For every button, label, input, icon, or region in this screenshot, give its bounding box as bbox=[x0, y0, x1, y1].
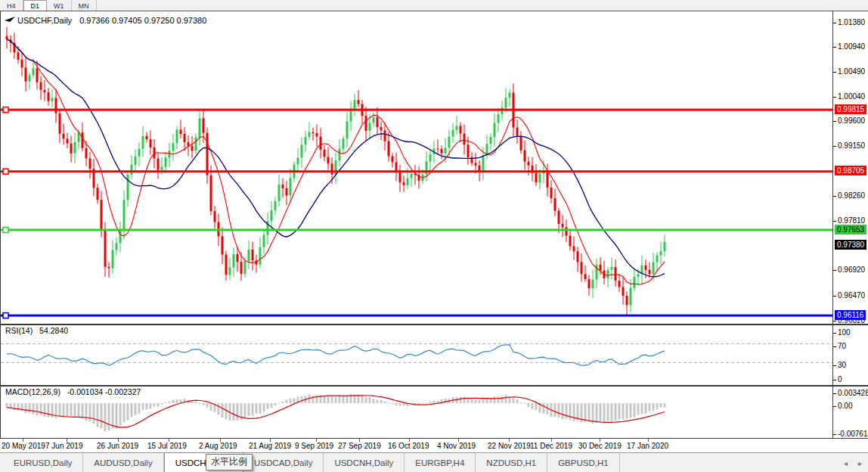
axis-tick bbox=[833, 296, 836, 297]
panel-separator[interactable] bbox=[1, 385, 868, 387]
current-price-badge: 0.97380 bbox=[835, 240, 866, 250]
date-label: 26 Jun 2019 bbox=[97, 442, 138, 450]
chart-symbol-period: USDCHF,Daily bbox=[17, 16, 72, 25]
axis-tick-label: 0.00 bbox=[838, 402, 852, 410]
chart-title: USDCHF,Daily0.97366 0.97405 0.97250 0.97… bbox=[17, 16, 206, 25]
hline-price-badge: 0.97653 bbox=[835, 225, 866, 234]
tab-mn[interactable]: MN bbox=[72, 0, 97, 11]
date-label: 7 Jun 2019 bbox=[45, 442, 83, 450]
tab-audusd-daily[interactable]: AUDUSD,Daily bbox=[83, 453, 163, 472]
macd-axis: 0.0034280.00-0.007615 bbox=[833, 387, 868, 438]
main-chart-panel[interactable]: USDCHF,Daily0.97366 0.97405 0.97250 0.97… bbox=[1, 12, 832, 324]
axis-tick-label: 70 bbox=[838, 342, 846, 350]
axis-tick bbox=[833, 97, 836, 98]
price-axis: 1.013801.009401.004901.000400.996000.991… bbox=[833, 12, 868, 324]
axis-tick bbox=[833, 406, 836, 407]
candlestick-chart[interactable] bbox=[1, 12, 832, 324]
axis-tick-label: 100 bbox=[838, 328, 851, 337]
date-label: 22 Nov 2019 bbox=[488, 442, 531, 450]
axis-tick-label: 1.00490 bbox=[838, 67, 865, 76]
macd-label: MACD(12,26,9) bbox=[5, 387, 60, 396]
axis-tick bbox=[833, 121, 836, 122]
axis-tick-label: 0.98260 bbox=[838, 191, 865, 200]
axis-tick-label: 1.01380 bbox=[838, 18, 865, 26]
axis-tick bbox=[833, 221, 836, 222]
chart-arrow-icon bbox=[4, 15, 17, 26]
date-label: 30 Dec 2019 bbox=[578, 442, 622, 450]
date-label: 20 May 2019 bbox=[2, 442, 45, 450]
axis-tick bbox=[833, 47, 836, 48]
date-label: 16 Oct 2019 bbox=[388, 442, 429, 450]
rsi-header: RSI(14) 54.2840 bbox=[5, 326, 68, 335]
hline-price-badge: 0.99815 bbox=[835, 104, 866, 114]
axis-tick-label: 0.96920 bbox=[838, 266, 865, 274]
mt4-chart-window: H4 D1 W1 MN USDCHF,Daily0.97366 0.97405 … bbox=[0, 0, 868, 472]
tab-scroll-controls: ◂ ▸ bbox=[844, 453, 862, 472]
tab-w1[interactable]: W1 bbox=[47, 0, 72, 11]
axis-tick bbox=[833, 321, 836, 321]
tab-d1[interactable]: D1 bbox=[23, 0, 48, 11]
axis-tick-label: 0 bbox=[838, 375, 842, 384]
chart-panels: USDCHF,Daily0.97366 0.97405 0.97250 0.97… bbox=[0, 11, 868, 438]
axis-tick-label: 30 bbox=[838, 361, 846, 369]
scroll-left-icon[interactable]: ◂ bbox=[844, 459, 848, 467]
macd-values: -0.001034 -0.002327 bbox=[67, 387, 141, 396]
axis-tick bbox=[833, 333, 836, 334]
rsi-axis: 10070300 bbox=[833, 325, 868, 385]
date-label: 4 Nov 2019 bbox=[437, 442, 476, 450]
axis-tick-label: 1.00940 bbox=[838, 42, 865, 51]
timeframe-bar: H4 D1 W1 MN bbox=[0, 0, 868, 11]
chart-ohlc-values: 0.97366 0.97405 0.97250 0.97380 bbox=[79, 16, 206, 25]
axis-tick bbox=[833, 196, 836, 197]
rsi-panel[interactable]: RSI(14) 54.2840 bbox=[1, 324, 832, 385]
axis-tick bbox=[833, 434, 836, 435]
tab-usdcad-daily[interactable]: USDCAD,Daily bbox=[243, 453, 324, 472]
date-label: 9 Sep 2019 bbox=[295, 442, 333, 450]
horizontal-scale-tooltip: 水平比例 bbox=[206, 454, 253, 470]
date-label: 21 Aug 2019 bbox=[249, 442, 291, 450]
rsi-label: RSI(14) bbox=[5, 326, 33, 335]
date-label: 11 Dec 2019 bbox=[530, 442, 572, 450]
date-label: 17 Jan 2020 bbox=[627, 442, 668, 450]
date-label: 15 Jul 2019 bbox=[147, 442, 187, 450]
axis-tick-label: 0.99150 bbox=[838, 141, 865, 150]
axis-tick bbox=[833, 346, 836, 347]
axis-tick bbox=[833, 72, 836, 73]
tab-usdcnh-daily[interactable]: USDCNH,Daily bbox=[324, 453, 405, 472]
axis-tick-label: 0.003428 bbox=[838, 389, 868, 397]
date-label: 2 Aug 2019 bbox=[199, 442, 237, 450]
symbol-tab-bar: EURUSD,Daily AUDUSD,Daily USDCHF,Daily U… bbox=[0, 452, 868, 472]
axis-tick-label: 0.96470 bbox=[838, 291, 865, 300]
tab-eurgbp-h4[interactable]: EURGBP,H4 bbox=[405, 453, 476, 472]
tab-eurusd-daily[interactable]: EURUSD,Daily bbox=[3, 453, 83, 472]
tab-h4[interactable]: H4 bbox=[0, 0, 23, 11]
hline-price-badge: 0.98705 bbox=[835, 166, 866, 175]
macd-panel[interactable]: MACD(12,26,9) -0.001034 -0.002327 bbox=[1, 385, 832, 438]
axis-tick-label: 0.97810 bbox=[838, 216, 865, 225]
date-axis[interactable]: 20 May 20197 Jun 201926 Jun 201915 Jul 2… bbox=[0, 438, 868, 452]
axis-tick-label: -0.007615 bbox=[838, 430, 868, 438]
axis-tick-label: 0.99600 bbox=[838, 116, 865, 125]
axis-tick bbox=[833, 380, 836, 380]
axis-tick bbox=[833, 365, 836, 366]
scroll-right-icon[interactable]: ▸ bbox=[858, 459, 862, 467]
axis-tick bbox=[833, 270, 836, 271]
hline-price-badge: 0.96116 bbox=[835, 310, 866, 320]
panel-separator[interactable] bbox=[1, 324, 868, 325]
macd-header: MACD(12,26,9) -0.001034 -0.002327 bbox=[5, 387, 141, 396]
rsi-chart[interactable] bbox=[1, 324, 832, 385]
axis-tick bbox=[833, 393, 836, 394]
tab-nzdusd-h1[interactable]: NZDUSD,H1 bbox=[476, 453, 547, 472]
date-label: 27 Sep 2019 bbox=[338, 442, 381, 450]
axis-tick bbox=[833, 23, 836, 23]
tab-gbpusd-h1[interactable]: GBPUSD,H1 bbox=[547, 453, 619, 472]
rsi-value: 54.2840 bbox=[39, 326, 68, 335]
axis-tick bbox=[833, 146, 836, 147]
axis-tick-label: 1.00040 bbox=[838, 92, 865, 101]
